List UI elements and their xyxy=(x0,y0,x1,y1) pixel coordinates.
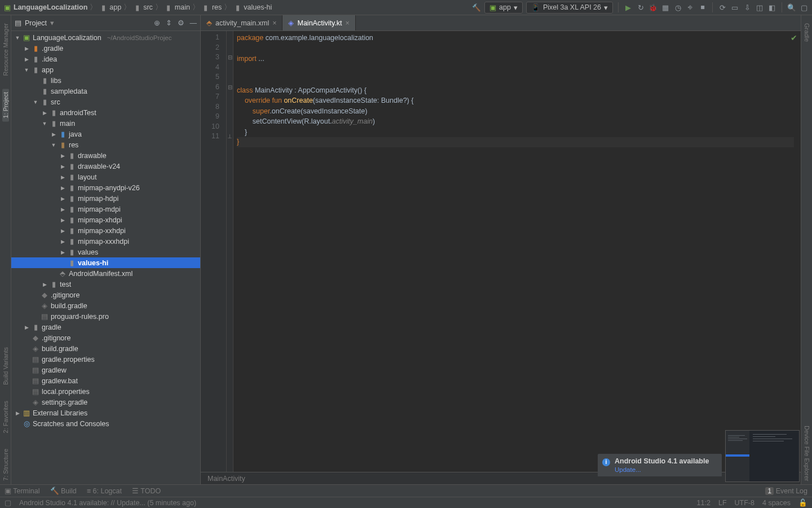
marker-strip[interactable] xyxy=(794,31,801,472)
tree-item[interactable]: ▶▮mipmap-xxxhdpi xyxy=(11,236,200,247)
tree-item[interactable]: ▶▮.idea xyxy=(11,54,200,64)
breadcrumb-segment[interactable]: ▮res xyxy=(202,3,222,11)
tree-item[interactable]: ◈build.gradle xyxy=(11,343,200,354)
editor-tab[interactable]: ⬘activity_main.xml× xyxy=(201,15,283,30)
side-tab-favorites[interactable]: 2: Favorites xyxy=(2,397,9,436)
apply-changes-icon[interactable]: ↻ xyxy=(636,3,645,12)
side-tab-project[interactable]: 1: Project xyxy=(2,89,9,121)
sync-gradle-icon[interactable]: ⟳ xyxy=(718,3,727,12)
breadcrumb-segment[interactable]: ▮app xyxy=(99,3,121,11)
attach-debugger-icon[interactable]: ⎆ xyxy=(686,3,695,12)
tree-item[interactable]: ▮values-hi xyxy=(11,257,200,268)
tree-item[interactable]: ▼▣LanguageLocalization~/AndroidStudioPro… xyxy=(11,32,200,43)
breadcrumb-segment[interactable]: ▮src xyxy=(133,3,153,11)
side-tab-gradle[interactable]: Gradle xyxy=(804,20,810,45)
tree-item[interactable]: ▼▮res xyxy=(11,139,200,150)
close-icon[interactable]: × xyxy=(345,19,349,27)
tree-item[interactable]: ▶▮gradle xyxy=(11,322,200,332)
code-editor[interactable]: 1234567891011 ⊟ ⊟ ⊥ package com.example.… xyxy=(201,31,801,472)
tree-disclosure-icon[interactable]: ▶ xyxy=(60,217,65,223)
inspection-ok-icon[interactable]: ✔ xyxy=(791,33,797,42)
editor-tab[interactable]: ◈MainActivity.kt× xyxy=(283,15,355,30)
tab-terminal[interactable]: ▣ Terminal xyxy=(5,487,40,495)
tree-item[interactable]: ◈build.gradle xyxy=(11,300,200,311)
profile-icon[interactable]: ◷ xyxy=(673,3,682,12)
tree-item[interactable]: ◆.gitignore xyxy=(11,332,200,343)
tree-disclosure-icon[interactable]: ▼ xyxy=(33,99,38,105)
tree-item[interactable]: ▤gradlew.bat xyxy=(11,375,200,386)
tree-item[interactable]: ▤local.properties xyxy=(11,386,200,397)
locate-icon[interactable]: ⊕ xyxy=(154,19,160,27)
indent-setting[interactable]: 4 spaces xyxy=(762,499,791,507)
line-separator[interactable]: LF xyxy=(718,499,727,507)
tree-disclosure-icon[interactable]: ▼ xyxy=(51,142,56,148)
side-tab-build-variants[interactable]: Build Variants xyxy=(2,344,9,388)
update-notification[interactable]: i Android Studio 4.1 available Update... xyxy=(598,454,722,476)
chevron-down-icon[interactable]: ▾ xyxy=(50,19,54,27)
tree-item[interactable]: ▶▮mipmap-anydpi-v26 xyxy=(11,182,200,193)
breadcrumbs[interactable]: ▣LanguageLocalization〉▮app〉▮src〉▮main〉▮r… xyxy=(3,3,272,12)
tree-disclosure-icon[interactable]: ▶ xyxy=(60,164,65,169)
tree-item[interactable]: ▤gradle.properties xyxy=(11,354,200,365)
search-icon[interactable]: 🔍 xyxy=(787,3,796,12)
tree-item[interactable]: ▮libs xyxy=(11,75,200,86)
tree-disclosure-icon[interactable]: ▶ xyxy=(60,196,65,202)
side-tab-structure[interactable]: 7: Structure xyxy=(2,445,9,484)
tree-item[interactable]: ▶▮java xyxy=(11,129,200,139)
line-number-gutter[interactable]: 1234567891011 xyxy=(201,31,227,472)
tree-disclosure-icon[interactable]: ▶ xyxy=(60,207,65,212)
cursor-position[interactable]: 11:2 xyxy=(697,499,710,507)
tree-disclosure-icon[interactable]: ▼ xyxy=(24,67,29,73)
tree-item[interactable]: ▶▮test xyxy=(11,279,200,290)
ide-thumbnail[interactable] xyxy=(725,430,800,482)
resource-manager-icon[interactable]: ◫ xyxy=(755,3,764,12)
project-tree[interactable]: ▼▣LanguageLocalization~/AndroidStudioPro… xyxy=(11,31,200,484)
layout-inspector-icon[interactable]: ◧ xyxy=(767,3,776,12)
run-config-selector[interactable]: ▣ app ▾ xyxy=(484,2,523,14)
breadcrumb-segment[interactable]: ▮main xyxy=(165,3,190,11)
tab-build[interactable]: 🔨 Build xyxy=(50,487,77,495)
tree-item[interactable]: ▤gradlew xyxy=(11,365,200,375)
status-message[interactable]: Android Studio 4.1 available: // Update.… xyxy=(19,499,196,507)
tree-item[interactable]: ◈settings.gradle xyxy=(11,397,200,408)
minimize-icon[interactable]: — xyxy=(190,19,197,27)
tree-item[interactable]: ▶▮drawable xyxy=(11,150,200,161)
tree-item[interactable]: ▶▮.gradle xyxy=(11,43,200,54)
tree-disclosure-icon[interactable]: ▶ xyxy=(60,174,65,180)
tab-todo[interactable]: ☰ TODO xyxy=(132,487,161,495)
tree-item[interactable]: ▶▮layout xyxy=(11,172,200,182)
fold-gutter[interactable]: ⊟ ⊟ ⊥ xyxy=(227,31,233,472)
crumb-class[interactable]: MainActivity xyxy=(208,475,245,483)
gear-icon[interactable]: ⚙ xyxy=(178,19,184,27)
tree-item[interactable]: ▶▮drawable-v24 xyxy=(11,161,200,172)
tree-item[interactable]: ◆.gitignore xyxy=(11,290,200,300)
event-log-button[interactable]: 1 Event Log xyxy=(765,487,807,495)
tree-disclosure-icon[interactable]: ▼ xyxy=(42,121,47,126)
project-view-label[interactable]: Project xyxy=(25,19,47,27)
notif-action-link[interactable]: Update... xyxy=(615,466,714,473)
run-icon[interactable]: ▶ xyxy=(624,3,633,12)
avd-manager-icon[interactable]: ▭ xyxy=(730,3,739,12)
tree-item[interactable]: ▮sampledata xyxy=(11,86,200,97)
tree-disclosure-icon[interactable]: ▶ xyxy=(60,228,65,234)
tree-item[interactable]: ▶▮values xyxy=(11,247,200,257)
hammer-icon[interactable]: 🔨 xyxy=(472,3,481,12)
settings-square-icon[interactable]: ▢ xyxy=(800,3,809,12)
tree-item[interactable]: ▶▮mipmap-hdpi xyxy=(11,193,200,204)
tree-item[interactable]: ◎Scratches and Consoles xyxy=(11,418,200,429)
side-tab-resource-manager[interactable]: Resource Manager xyxy=(2,20,9,80)
tree-disclosure-icon[interactable]: ▶ xyxy=(15,410,20,416)
tree-disclosure-icon[interactable]: ▶ xyxy=(42,282,47,287)
tree-disclosure-icon[interactable]: ▼ xyxy=(15,35,20,41)
tree-item[interactable]: ▼▮main xyxy=(11,118,200,129)
breadcrumb-segment[interactable]: ▮values-hi xyxy=(233,3,272,11)
sdk-manager-icon[interactable]: ⇩ xyxy=(743,3,752,12)
tree-item[interactable]: ▼▮app xyxy=(11,64,200,75)
status-icon[interactable]: ▢ xyxy=(5,498,11,507)
tree-item[interactable]: ▶▮mipmap-xxhdpi xyxy=(11,225,200,236)
breadcrumb-segment[interactable]: ▣LanguageLocalization xyxy=(3,3,87,11)
tree-item[interactable]: ▤proguard-rules.pro xyxy=(11,311,200,322)
side-tab-device-explorer[interactable]: Device File Explorer xyxy=(804,422,810,484)
tab-logcat[interactable]: ≡ 6: Logcat xyxy=(87,487,122,495)
tree-item[interactable]: ▶▥External Libraries xyxy=(11,408,200,418)
